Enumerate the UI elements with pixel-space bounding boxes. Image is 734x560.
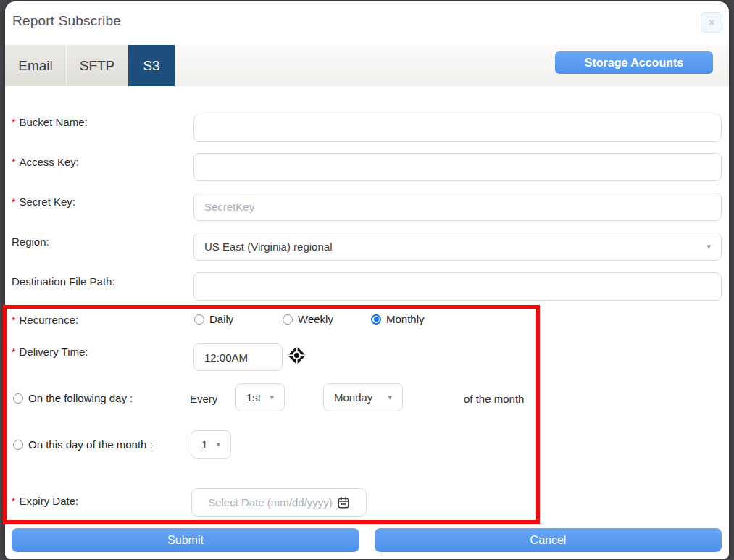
every-label: Every [190, 393, 217, 405]
required-marker: * [12, 496, 15, 507]
bucket-name-label: *Bucket Name: [12, 116, 88, 129]
secret-key-label: *Secret Key: [12, 196, 75, 209]
access-key-label: *Access Key: [12, 156, 79, 169]
bucket-name-input[interactable] [193, 114, 722, 142]
chevron-down-icon: ▾ [701, 243, 711, 251]
destination-file-path-label: Destination File Path: [12, 275, 115, 288]
radio-weekly-label: Weekly [298, 313, 333, 325]
weekday-select-value: Monday [334, 391, 372, 404]
secret-key-input[interactable] [193, 193, 722, 221]
move-icon[interactable] [288, 346, 306, 364]
radio-option-day-of-month[interactable]: On this day of the month : [13, 438, 153, 451]
chevron-down-icon: ▾ [382, 393, 392, 401]
tab-sftp[interactable]: SFTP [67, 45, 128, 86]
ordinal-select[interactable]: 1st ▾ [235, 383, 285, 411]
close-button[interactable]: × [701, 12, 722, 33]
destination-file-path-input[interactable] [193, 272, 722, 301]
required-marker: * [12, 117, 15, 128]
of-the-month-label: of the month [464, 393, 524, 405]
required-marker: * [12, 346, 15, 358]
region-select[interactable]: US East (Virginia) regional ▾ [193, 233, 722, 261]
region-select-value: US East (Virginia) regional [204, 241, 332, 253]
cancel-button[interactable]: Cancel [375, 528, 722, 552]
radio-option-monthly[interactable]: Monthly [371, 313, 425, 325]
expiry-date-placeholder: Select Date (mm/dd/yyyy) [208, 496, 333, 509]
radio-daily-label: Daily [209, 313, 233, 325]
expiry-date-label: *Expiry Date: [12, 495, 78, 508]
tab-email[interactable]: Email [5, 45, 66, 86]
day-of-month-select-value: 1 [201, 438, 207, 451]
radio-daily-icon [194, 314, 204, 325]
tab-s3[interactable]: S3 [128, 45, 175, 86]
day-of-month-select[interactable]: 1 ▾ [191, 430, 231, 459]
required-marker: * [12, 314, 15, 326]
radio-weekly-icon [283, 314, 293, 325]
access-key-input[interactable] [193, 153, 722, 181]
radio-option-following-day[interactable]: On the following day : [13, 392, 133, 404]
report-subscribe-modal: Report Subscribe × Email SFTP S3 Storage… [5, 1, 729, 559]
radio-day-of-month-icon [13, 440, 23, 450]
close-icon: × [709, 17, 714, 28]
ordinal-select-value: 1st [246, 391, 261, 404]
recurrence-label: *Recurrence: [12, 314, 78, 327]
page-title: Report Subscribe [12, 13, 121, 29]
radio-option-daily[interactable]: Daily [194, 313, 233, 325]
chevron-down-icon: ▾ [210, 440, 220, 448]
required-marker: * [12, 196, 15, 208]
expiry-date-input[interactable]: Select Date (mm/dd/yyyy) [191, 488, 367, 517]
radio-monthly-icon [371, 314, 381, 325]
storage-accounts-button[interactable]: Storage Accounts [555, 51, 713, 74]
day-of-month-label: On this day of the month : [28, 438, 153, 451]
submit-button[interactable]: Submit [12, 528, 359, 552]
required-marker: * [12, 156, 15, 168]
delivery-time-label: *Delivery Time: [12, 346, 88, 359]
radio-following-day-icon [13, 393, 23, 404]
radio-option-weekly[interactable]: Weekly [283, 313, 333, 325]
radio-monthly-label: Monthly [386, 313, 425, 325]
weekday-select[interactable]: Monday ▾ [323, 383, 403, 411]
following-day-label: On the following day : [28, 392, 133, 404]
calendar-icon [337, 496, 350, 509]
region-label: Region: [12, 235, 49, 248]
delivery-time-input[interactable] [193, 343, 283, 371]
chevron-down-icon: ▾ [264, 393, 274, 401]
